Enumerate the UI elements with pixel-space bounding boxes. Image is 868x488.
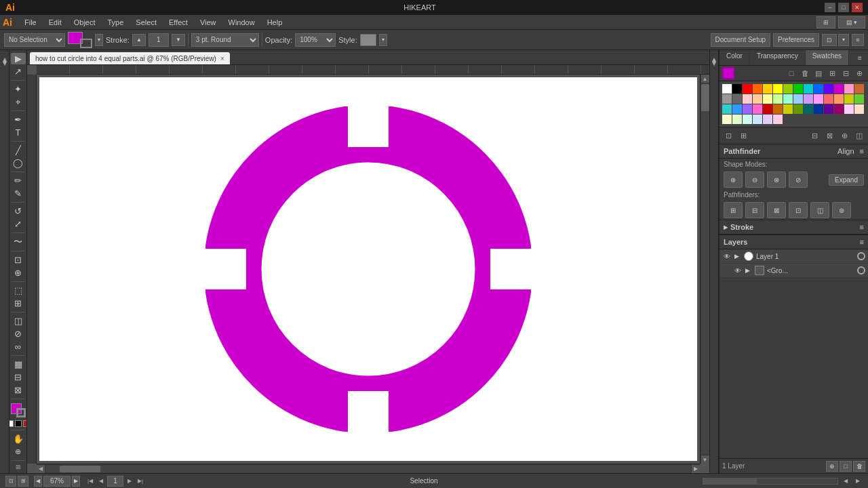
gradient-tool[interactable]: ◫ [11,315,26,327]
scroll-down-btn[interactable]: ▼ [701,455,709,464]
swatch-item[interactable] [844,84,854,94]
magic-wand-tool[interactable]: ✦ [11,83,26,95]
scroll-track[interactable] [701,84,709,454]
pf-crop-btn[interactable]: ⊡ [789,202,808,218]
active-swatch[interactable] [722,67,734,79]
pf-minus-btn[interactable]: ⊖ [745,171,764,188]
pf-minus-back-btn[interactable]: ⊛ [832,202,851,218]
menu-help[interactable]: Help [262,17,288,28]
tab-transparency[interactable]: Transparency [750,50,806,65]
swatch-item[interactable] [824,104,833,114]
zoom-in-btn[interactable]: ▶ [72,476,80,487]
layer-1-expand-arrow[interactable]: ▶ [734,253,741,260]
pf-unite-btn[interactable]: ⊕ [724,171,743,188]
style-preview[interactable] [360,34,376,46]
swatch-item[interactable] [814,94,823,104]
menu-file[interactable]: File [19,17,42,28]
swatch-item[interactable] [763,94,772,104]
swatch-item[interactable] [804,84,813,94]
stroke-weight-down[interactable]: ▼ [172,34,185,46]
swatch-item[interactable] [732,104,742,114]
black-fill-btn[interactable] [15,420,22,427]
new-layer-btn[interactable]: □ [840,461,852,472]
menu-window[interactable]: Window [223,17,260,28]
swatch-item[interactable] [814,104,823,114]
h-scroll-thumb[interactable] [60,466,100,472]
menu-object[interactable]: Object [68,17,101,28]
swatch-list-icon[interactable]: ▤ [812,67,825,79]
rotate-tool[interactable]: ↺ [11,205,26,217]
scroll-up-btn[interactable]: ▲ [701,75,709,83]
scroll-left-btn[interactable]: ◀ [37,465,45,473]
swatch-item[interactable] [783,94,793,104]
swatch-item[interactable] [783,84,793,94]
swatch-item[interactable] [732,94,742,104]
warp-tool[interactable]: 〜 [11,236,26,248]
ellipse-tool[interactable]: ◯ [11,157,26,169]
layer-2-target[interactable] [857,266,865,274]
view-options-icon[interactable]: ⊡ [822,34,837,46]
pf-intersect-btn[interactable]: ⊗ [767,171,786,188]
swatch-item[interactable] [722,104,732,114]
stroke-weight-input[interactable] [149,33,169,47]
panel-icon-3[interactable]: ⊟ [808,129,821,142]
swatch-item[interactable] [773,94,783,104]
stroke-style-dropdown[interactable]: 3 pt. Round [191,33,259,47]
zoom-tool[interactable]: ⊕ [11,446,26,458]
swatch-item[interactable] [743,104,752,114]
swatch-item[interactable] [743,84,752,94]
free-transform-tool[interactable]: ⊡ [11,254,26,266]
new-swatch-icon[interactable]: □ [785,67,797,79]
selection-tool[interactable]: ▶ [11,53,26,64]
swatch-item[interactable] [804,94,813,104]
white-fill-btn[interactable] [9,420,14,427]
stroke-header[interactable]: ▶ Stroke ≡ [719,220,868,235]
perspective-tool[interactable]: ⬚ [11,285,26,296]
swatch-item[interactable] [773,84,783,94]
swatch-item[interactable] [783,104,793,114]
swatch-item[interactable] [743,94,752,104]
blend-tool[interactable]: ∞ [11,341,26,352]
swatch-item[interactable] [763,104,772,114]
swatch-item[interactable] [854,84,864,94]
layer-2-expand-arrow[interactable]: ▶ [745,267,752,274]
canvas-grid-btn[interactable]: ⊞ [18,476,28,487]
layer-1-target[interactable] [857,252,865,260]
eyedropper-tool[interactable]: ⊘ [11,328,26,340]
stroke-weight-up[interactable]: ▲ [132,34,146,46]
fill-stroke-selector[interactable] [68,32,92,48]
page-first-btn[interactable]: |◀ [85,476,95,486]
menu-type[interactable]: Type [102,17,130,28]
scroll-thumb[interactable] [701,84,709,111]
panel-icon-6[interactable]: ◫ [853,129,865,142]
menu-effect[interactable]: Effect [163,17,193,28]
paintbrush-tool[interactable]: ✏ [11,175,26,186]
scroll-right-btn[interactable]: ▶ [692,465,700,473]
stroke-color-box[interactable] [80,39,92,48]
pf-divide-btn[interactable]: ⊞ [724,202,743,218]
swatch-item[interactable] [854,94,864,104]
text-tool[interactable]: T [11,127,26,138]
swatch-large-icon[interactable]: ⊟ [840,67,852,79]
more-options-icon[interactable]: ≡ [852,34,864,46]
pf-expand-button[interactable]: Expand [829,174,864,186]
delete-swatch-icon[interactable]: 🗑 [799,67,811,79]
collapse-left-btn[interactable]: ◀▶ [1,58,7,66]
pathfinder-panel-menu[interactable]: ≡ [860,147,864,155]
page-last-btn[interactable]: ▶| [136,476,145,486]
swatch-item[interactable] [793,104,803,114]
pencil-tool[interactable]: ✎ [11,188,26,199]
scrollbar-horizontal[interactable]: ◀ ▶ [37,464,700,473]
page-number-input[interactable] [107,476,123,487]
layer-row-1[interactable]: 👁 ▶ Layer 1 [719,249,868,264]
slice-tool[interactable]: ⊠ [11,384,26,396]
make-sublayer-btn[interactable]: ⊕ [826,461,838,472]
tab-color[interactable]: Color [719,50,750,65]
layer-1-visibility-toggle[interactable]: 👁 [722,251,732,261]
artboard-tool[interactable]: ⊟ [11,371,26,383]
maximize-button[interactable]: □ [838,3,849,12]
swatches-panel-menu[interactable]: ≡ [852,50,868,65]
swatch-more-icon[interactable]: ⊕ [853,67,865,79]
tab-swatches[interactable]: Swatches [806,50,849,65]
style-dropdown-arrow[interactable]: ▾ [379,34,387,46]
